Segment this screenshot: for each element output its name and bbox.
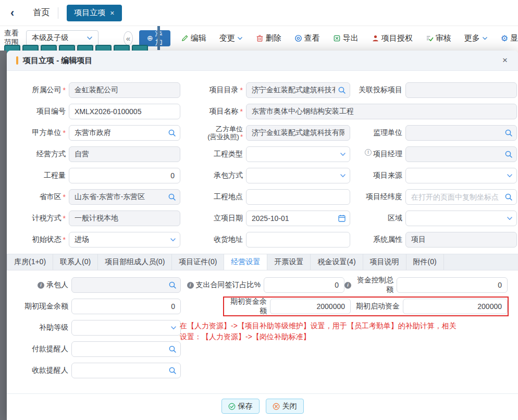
project-authorize-button[interactable]: 项目授权 [372,33,413,43]
contractor-field[interactable] [71,277,181,293]
edit-button[interactable]: 编辑 [181,33,206,43]
address-input[interactable] [252,236,344,244]
panel-splitter[interactable] [157,26,160,50]
warning-icon [365,149,372,156]
party-a-input[interactable] [75,129,165,137]
settings-row-4: 付款提醒人 [17,341,518,357]
chevron-down-icon [170,237,176,243]
pay-reminder-field[interactable] [71,341,181,357]
site-input[interactable] [252,193,344,201]
recv-reminder-field[interactable] [71,363,181,378]
expense-ratio-field[interactable] [264,277,344,293]
search-icon[interactable] [504,150,513,158]
eye-icon [294,34,302,42]
source-select[interactable] [405,168,517,183]
x-circle-icon [273,403,280,410]
startup-fund-field[interactable] [403,299,508,314]
chevron-down-icon [237,35,243,41]
tab-close-icon[interactable]: × [110,9,114,17]
status-select[interactable]: 进场 [69,232,180,248]
catalog-input[interactable] [252,86,335,94]
subsidy-select[interactable] [71,320,181,336]
region-input[interactable] [75,193,165,201]
coords-input[interactable] [411,193,502,201]
contractor-input[interactable] [77,281,166,289]
more-button[interactable]: 更多 [464,33,488,43]
display-columns-button[interactable]: ⚙ 显 [501,33,518,43]
close-icon[interactable]: × [501,55,509,66]
search-icon[interactable] [504,193,513,201]
calendar-icon[interactable] [338,214,346,223]
pencil-icon [181,34,189,42]
pay-reminder-input[interactable] [77,345,166,353]
tab-contacts[interactable]: 联系人(0) [53,254,98,270]
address-field[interactable] [246,232,350,248]
add-button[interactable]: ⊕添加 [139,30,170,46]
code-input[interactable] [75,107,175,116]
fund-control-field[interactable] [397,277,508,293]
detail-tabs: 库房(1+0) 联系人(0) 项目部组成人员(0) 项目证件(0) 经营设置 开… [7,254,518,270]
tab-business-settings[interactable]: 经营设置 [224,254,267,270]
sys-attr-label: 系统属性 [353,232,402,248]
scope-dropdown[interactable]: 本级及子级 [26,30,98,46]
audit-button[interactable]: 审核 [426,33,451,43]
tab-project-initiation[interactable]: 项目立项 × [67,5,121,21]
expense-ratio-input[interactable] [269,281,339,289]
tab-attachments[interactable]: 附件(0) [406,254,444,270]
view-button[interactable]: 查看 [294,33,320,43]
party-a-label: 甲方单位* [17,125,66,141]
subsidy-label: 补助等级 [17,323,71,332]
code-field[interactable] [69,104,180,119]
back-chevron-icon[interactable]: ‹ [10,7,14,19]
cash-balance-field[interactable] [71,299,181,314]
supervisor-field[interactable] [405,125,517,141]
cash-balance-input[interactable] [77,302,175,311]
tab-tax-settings[interactable]: 税金设置(4) [311,254,363,270]
search-icon[interactable] [338,86,346,94]
search-icon[interactable] [168,281,177,289]
search-icon[interactable] [168,345,177,353]
tab-team-members[interactable]: 项目部组成人员(0) [98,254,172,270]
info-icon [344,282,351,289]
tab-home[interactable]: 首页 [33,7,50,18]
area-select[interactable] [405,211,517,226]
source-label: 项目来源 [353,168,402,183]
fund-control-input[interactable] [402,281,502,289]
change-button[interactable]: 变更 [219,33,243,43]
manager-input[interactable] [411,150,502,158]
delete-button[interactable]: 删除 [256,33,281,43]
quantity-input[interactable] [75,171,175,180]
quantity-field[interactable] [69,168,180,183]
tab-certificates[interactable]: 项目证件(0) [172,254,224,270]
date-field[interactable] [246,211,350,226]
tab-label: 项目立项 [74,8,105,18]
date-input[interactable] [252,214,335,223]
tab-invoice-settings[interactable]: 开票设置 [267,254,311,270]
recv-reminder-input[interactable] [77,366,166,375]
tab-project-description[interactable]: 项目说明 [363,254,406,270]
export-button[interactable]: 导出 [333,33,359,43]
collapse-panel-button[interactable]: « [124,31,133,45]
search-icon[interactable] [168,129,176,137]
region-field[interactable] [69,189,180,205]
chevron-down-icon [170,325,177,331]
supervisor-input[interactable] [411,129,502,137]
close-button[interactable]: 关闭 [266,399,304,414]
contract-mode-select[interactable] [246,168,350,183]
save-button[interactable]: 保存 [221,399,260,414]
search-icon[interactable] [168,366,177,375]
eng-type-select[interactable] [246,146,350,162]
search-icon[interactable] [168,193,176,201]
catalog-field[interactable] [246,82,350,98]
search-icon[interactable] [504,129,513,137]
top-tab-bar: ‹ 首页 项目立项 × [0,0,518,26]
coords-field[interactable] [405,189,517,205]
fund-balance-field[interactable] [270,299,351,314]
tab-warehouse[interactable]: 库房(1+0) [7,254,53,270]
site-field[interactable] [246,189,350,205]
fund-balance-input[interactable] [276,302,345,311]
startup-fund-input[interactable] [409,302,502,311]
manager-field[interactable] [405,146,517,162]
date-label: 立项日期 [183,211,243,226]
party-a-field[interactable] [69,125,180,141]
